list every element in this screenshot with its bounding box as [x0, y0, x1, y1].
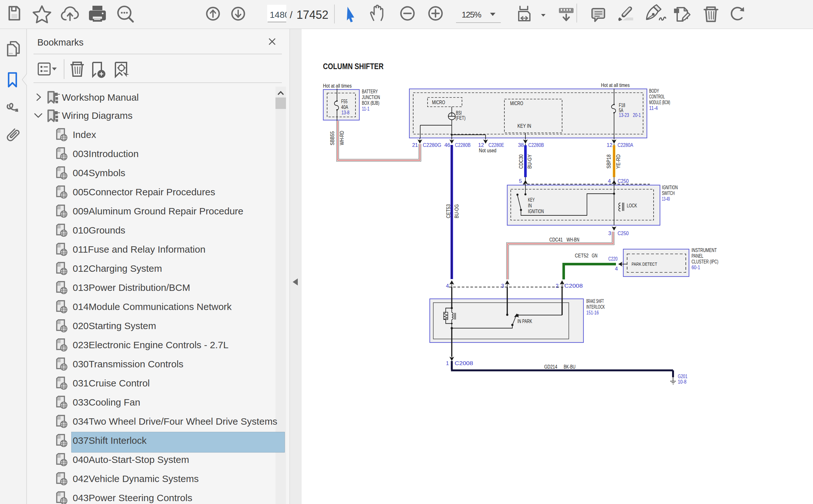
svg-text:C2008: C2008 [455, 360, 473, 366]
svg-text:4: 4 [446, 283, 449, 289]
svg-text:1480: 1480 [270, 10, 290, 20]
svg-text:CLUSTER (IPC): CLUSTER (IPC) [692, 259, 718, 264]
svg-text:CET52: CET52 [575, 253, 588, 258]
svg-text:11-1: 11-1 [362, 106, 370, 112]
svg-text:/: / [290, 10, 293, 20]
svg-text:020Starting System: 020Starting System [73, 320, 156, 331]
svg-text:WH-RD: WH-RD [339, 131, 345, 145]
svg-text:46: 46 [444, 142, 450, 148]
svg-text:KEY: KEY [528, 197, 535, 203]
svg-text:PARK DETECT: PARK DETECT [632, 261, 657, 267]
svg-text:12: 12 [607, 142, 613, 148]
svg-text:1: 1 [446, 360, 449, 366]
svg-text:Bookmarks: Bookmarks [37, 37, 83, 47]
svg-text:Wiring Diagrams: Wiring Diagrams [62, 110, 133, 121]
svg-text:BU-GY: BU-GY [527, 155, 532, 169]
svg-text:WH-BN: WH-BN [566, 237, 579, 242]
svg-text:BOX (BJB): BOX (BJB) [362, 100, 379, 106]
svg-text:C2280B: C2280B [455, 142, 471, 148]
svg-text:10-8: 10-8 [678, 379, 687, 385]
svg-text:C2280E: C2280E [488, 142, 504, 148]
svg-text:BODY: BODY [649, 88, 659, 94]
svg-text:012Charging System: 012Charging System [73, 263, 162, 274]
svg-text:2: 2 [556, 283, 558, 289]
svg-text:4: 4 [608, 178, 611, 184]
svg-text:SWITCH: SWITCH [662, 190, 675, 196]
svg-text:PANEL: PANEL [692, 253, 703, 259]
svg-text:11-4: 11-4 [649, 105, 658, 111]
svg-text:013Power Distribution/BCM: 013Power Distribution/BCM [73, 282, 190, 293]
svg-text:INTERLOCK: INTERLOCK [586, 304, 605, 310]
svg-text:GN: GN [592, 253, 597, 258]
svg-text:MODULE (BCM): MODULE (BCM) [649, 99, 670, 105]
svg-text:C2280G: C2280G [423, 142, 441, 148]
svg-text:BRAKE SHIFT: BRAKE SHIFT [586, 298, 604, 304]
svg-text:12: 12 [478, 142, 484, 148]
svg-text:KEY IN: KEY IN [517, 123, 531, 129]
svg-text:BU-OG: BU-OG [454, 204, 459, 218]
svg-text:4: 4 [615, 266, 618, 271]
svg-text:COLUMN SHIFTER: COLUMN SHIFTER [323, 61, 384, 71]
svg-text:13-8: 13-8 [342, 110, 349, 115]
svg-text:IN: IN [528, 203, 532, 208]
svg-text:60-1: 60-1 [692, 264, 700, 270]
svg-text:JUNCTION: JUNCTION [362, 94, 380, 100]
svg-text:040Auto-Start-Stop System: 040Auto-Start-Stop System [73, 454, 189, 465]
svg-text:G201: G201 [678, 373, 687, 379]
svg-text:014Module Communications Netwo: 014Module Communications Network [73, 301, 232, 312]
svg-text:CET53: CET53 [445, 204, 451, 218]
svg-text:CDC41: CDC41 [549, 237, 563, 242]
svg-text:BATTERY: BATTERY [362, 89, 378, 94]
svg-text:3: 3 [501, 283, 504, 289]
svg-text:38: 38 [518, 142, 524, 148]
svg-text:003Introduction: 003Introduction [73, 148, 139, 159]
svg-text:INSTRUMENT: INSTRUMENT [692, 247, 717, 253]
svg-text:C250: C250 [618, 230, 629, 236]
svg-text:IGNITION: IGNITION [662, 184, 678, 190]
svg-text:030Transmission Controls: 030Transmission Controls [73, 359, 183, 369]
svg-text:5: 5 [519, 178, 522, 184]
svg-text:042Vehicle Dynamic Systems: 042Vehicle Dynamic Systems [73, 473, 198, 484]
svg-text:C2280B: C2280B [528, 142, 544, 148]
svg-text:005Connector Repair Procedures: 005Connector Repair Procedures [73, 187, 215, 197]
svg-text:LOCK: LOCK [627, 203, 637, 208]
svg-text:SBP18: SBP18 [606, 155, 612, 169]
svg-text:YE-RD: YE-RD [615, 154, 621, 169]
svg-text:13-49: 13-49 [662, 196, 670, 202]
svg-text:40A: 40A [341, 104, 348, 110]
svg-text:009Aluminum Ground Repair Proc: 009Aluminum Ground Repair Procedure [73, 206, 243, 216]
svg-text:MICRO: MICRO [510, 100, 523, 106]
svg-text:037Shift Interlock: 037Shift Interlock [73, 435, 147, 446]
svg-text:(FET): (FET) [456, 115, 465, 121]
svg-text:031Cruise Control: 031Cruise Control [73, 378, 150, 388]
svg-text:IN PARK: IN PARK [517, 318, 532, 324]
svg-text:011Fuse and Relay Information: 011Fuse and Relay Information [73, 244, 205, 255]
svg-text:023Electronic Engine Controls: 023Electronic Engine Controls - 2.7L [73, 340, 229, 350]
svg-text:13-23: 13-23 [619, 112, 629, 118]
svg-text:21: 21 [412, 142, 418, 148]
svg-text:033Cooling Fan: 033Cooling Fan [73, 397, 140, 407]
svg-text:C2280A: C2280A [618, 142, 633, 148]
svg-text:151-16: 151-16 [586, 310, 599, 315]
svg-text:043Power Steering Controls: 043Power Steering Controls [73, 493, 192, 503]
svg-text:MICRO: MICRO [432, 99, 445, 105]
svg-text:Not used: Not used [479, 148, 496, 153]
svg-text:GD214: GD214 [544, 364, 557, 370]
svg-text:20-1: 20-1 [633, 112, 641, 118]
svg-text:C220: C220 [608, 256, 618, 262]
svg-text:Hot at all times: Hot at all times [601, 82, 630, 88]
svg-text:125%: 125% [462, 10, 481, 19]
svg-text:Workshop Manual: Workshop Manual [62, 92, 139, 103]
svg-text:010Grounds: 010Grounds [73, 225, 125, 235]
svg-text:C250: C250 [618, 178, 629, 184]
svg-text:004Symbols: 004Symbols [73, 168, 125, 178]
svg-text:Index: Index [73, 129, 96, 140]
svg-text:3: 3 [608, 230, 611, 236]
svg-text:F55: F55 [341, 98, 348, 104]
svg-text:SBB55: SBB55 [329, 131, 335, 145]
svg-text:IGNITION: IGNITION [528, 208, 544, 214]
svg-text:034Two Wheel Drive/Four Wheel: 034Two Wheel Drive/Four Wheel Drive Syst… [73, 416, 277, 427]
svg-text:CONTROL: CONTROL [649, 94, 665, 99]
svg-text:C2008: C2008 [564, 283, 583, 289]
svg-text:17452: 17452 [297, 8, 328, 21]
